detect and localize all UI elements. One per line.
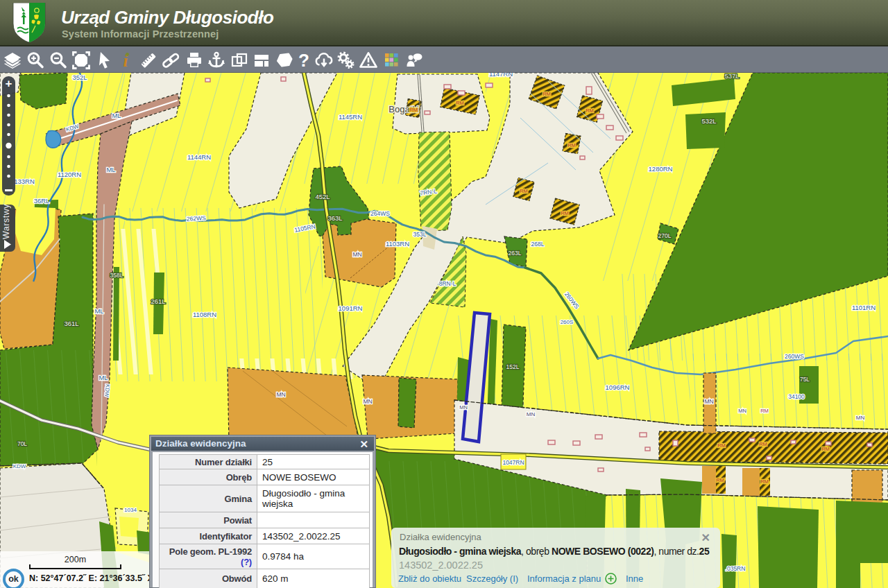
svg-text:KDW: KDW <box>13 463 26 469</box>
svg-text:MN: MN <box>527 411 536 417</box>
svg-text:RM: RM <box>456 100 464 106</box>
svg-text:RM: RM <box>760 408 769 414</box>
svg-text:264WS: 264WS <box>370 210 390 217</box>
svg-text:537L: 537L <box>724 73 739 80</box>
svg-text:RM: RM <box>543 91 551 97</box>
svg-text:261L: 261L <box>151 297 165 305</box>
svg-text:358L: 358L <box>110 272 123 279</box>
svg-text:353L: 353L <box>413 231 427 238</box>
svg-text:ML: ML <box>112 112 121 119</box>
svg-text:75L: 75L <box>800 376 810 383</box>
svg-text:1034: 1034 <box>124 507 137 513</box>
svg-text:361L: 361L <box>64 320 78 327</box>
svg-text:MN: MN <box>276 391 285 398</box>
svg-text:268L: 268L <box>531 241 545 248</box>
svg-text:MN: MN <box>738 408 746 414</box>
svg-text:8RN-L: 8RN-L <box>439 280 456 287</box>
svg-text:1091RN: 1091RN <box>339 304 363 312</box>
svg-text:260S: 260S <box>561 319 574 325</box>
svg-text:MN: MN <box>363 398 372 405</box>
svg-text:532L: 532L <box>701 117 716 125</box>
svg-text:133RN: 133RN <box>14 178 35 185</box>
svg-text:260WS: 260WS <box>785 353 804 360</box>
svg-text:1108RN: 1108RN <box>193 311 216 318</box>
svg-text:?: ? <box>298 51 309 69</box>
svg-text:RM: RM <box>520 188 528 194</box>
svg-text:RM: RM <box>716 477 724 483</box>
svg-text:270L: 270L <box>658 232 672 239</box>
svg-text:1101RN: 1101RN <box>852 304 876 311</box>
svg-text:MN: MN <box>856 415 865 421</box>
svg-text:262WS: 262WS <box>187 214 207 222</box>
svg-text:1280RN: 1280RN <box>649 165 673 173</box>
svg-text:34100: 34100 <box>788 393 805 400</box>
svg-text:1047RN: 1047RN <box>502 459 524 466</box>
svg-text:1096RN: 1096RN <box>606 383 630 391</box>
svg-text:RM: RM <box>760 478 769 485</box>
svg-text:RM: RM <box>586 107 594 114</box>
svg-text:263L: 263L <box>509 250 522 257</box>
svg-text:363L: 363L <box>327 214 342 222</box>
svg-text:.035RN: .035RN <box>726 565 746 572</box>
svg-text:352L: 352L <box>72 74 87 81</box>
svg-text:1147RN: 1147RN <box>489 73 513 78</box>
svg-text:RM: RM <box>409 107 418 113</box>
svg-text:MN: MN <box>459 404 468 410</box>
svg-text:RM: RM <box>561 210 569 216</box>
svg-text:ML: ML <box>99 374 108 381</box>
svg-text:RM: RM <box>759 441 767 447</box>
svg-text:RM: RM <box>567 142 576 148</box>
svg-text:1120RN: 1120RN <box>58 171 81 178</box>
svg-text:MN: MN <box>704 398 713 405</box>
svg-text:152L: 152L <box>506 363 520 370</box>
svg-text:1103RN: 1103RN <box>386 240 409 248</box>
svg-text:KDW: KDW <box>103 384 111 398</box>
svg-text:1145RN: 1145RN <box>339 113 362 121</box>
svg-text:ML: ML <box>106 166 115 173</box>
svg-text:452L: 452L <box>315 193 330 200</box>
svg-text:36RL: 36RL <box>34 197 50 205</box>
svg-text:RM: RM <box>821 446 830 452</box>
svg-text:ML: ML <box>94 307 103 315</box>
svg-text:70L: 70L <box>17 440 27 447</box>
svg-text:RM: RM <box>717 442 726 449</box>
svg-text:1144RN: 1144RN <box>187 153 211 161</box>
svg-text:MN: MN <box>352 251 361 258</box>
